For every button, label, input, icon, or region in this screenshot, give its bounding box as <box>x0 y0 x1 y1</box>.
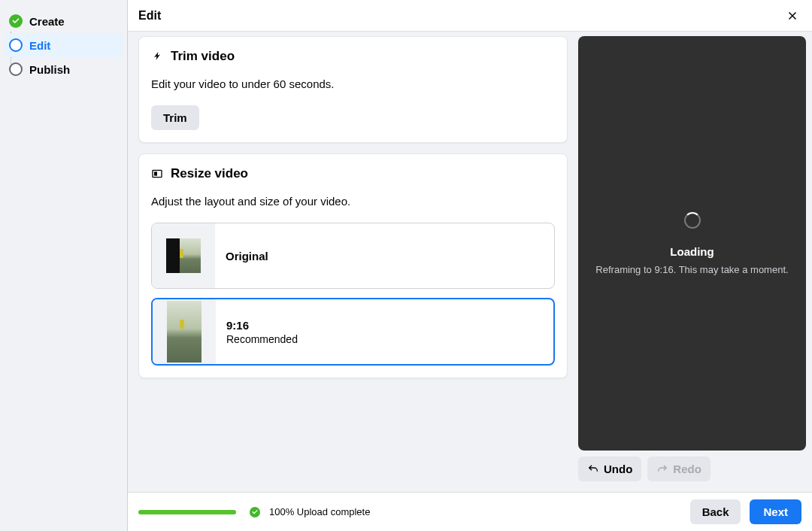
thumbnail-frame <box>152 223 215 288</box>
option-sub: Recommended <box>226 333 298 345</box>
upload-progress-bar <box>138 510 236 514</box>
step-edit[interactable]: Edit <box>5 33 123 57</box>
step-label: Edit <box>29 39 50 52</box>
resize-icon <box>151 168 163 180</box>
header: Edit <box>128 0 812 32</box>
thumbnail-frame <box>153 299 216 364</box>
pending-dot-icon <box>9 62 23 76</box>
undo-label: Undo <box>604 463 632 475</box>
resize-title: Resize video <box>171 166 248 181</box>
footer: 100% Upload complete Back Next <box>128 492 812 531</box>
preview-sub: Reframing to 9:16. This may take a momen… <box>595 264 788 275</box>
page-title: Edit <box>138 9 161 23</box>
trim-button[interactable]: Trim <box>151 105 199 130</box>
resize-card: Resize video Adjust the layout and size … <box>138 153 568 378</box>
trim-title: Trim video <box>171 49 235 64</box>
resize-desc: Adjust the layout and size of your video… <box>151 195 555 208</box>
step-publish[interactable]: Publish <box>5 57 123 81</box>
sidebar-steps: Create Edit Publish <box>0 0 128 531</box>
preview-title: Loading <box>670 245 714 258</box>
close-icon <box>786 9 799 23</box>
close-button[interactable] <box>783 7 801 25</box>
option-title: 9:16 <box>226 319 298 332</box>
check-icon <box>9 14 23 28</box>
video-preview: Loading Reframing to 9:16. This may take… <box>578 36 806 451</box>
step-label: Create <box>29 15 65 28</box>
redo-label: Redo <box>673 463 701 475</box>
next-button[interactable]: Next <box>750 499 801 524</box>
undo-button[interactable]: Undo <box>578 457 641 481</box>
trim-icon <box>151 50 163 62</box>
trim-card: Trim video Edit your video to under 60 s… <box>138 36 568 143</box>
check-icon <box>250 507 260 517</box>
upload-status: 100% Upload complete <box>269 506 370 517</box>
active-dot-icon <box>9 38 23 52</box>
redo-icon <box>656 463 668 475</box>
loading-spinner-icon <box>684 212 701 229</box>
redo-button[interactable]: Redo <box>647 457 710 481</box>
svg-rect-1 <box>154 171 157 175</box>
step-create[interactable]: Create <box>5 9 123 33</box>
step-label: Publish <box>29 63 70 76</box>
back-button[interactable]: Back <box>690 499 741 524</box>
thumbnail-original <box>166 238 201 273</box>
thumbnail-916 <box>167 301 201 363</box>
resize-option-916[interactable]: 9:16 Recommended <box>151 298 555 366</box>
undo-icon <box>587 463 599 475</box>
option-title: Original <box>226 250 268 262</box>
trim-desc: Edit your video to under 60 seconds. <box>151 77 555 90</box>
resize-option-original[interactable]: Original <box>151 223 555 289</box>
